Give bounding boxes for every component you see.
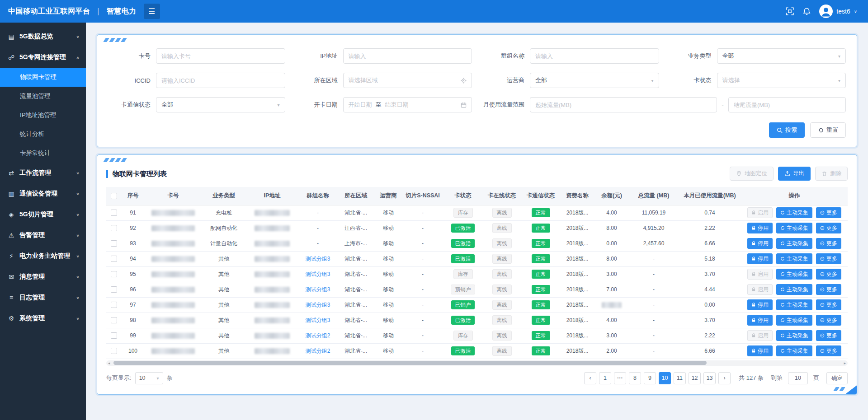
group-link[interactable]: 测试分组3 (306, 302, 330, 308)
active-collect-button[interactable]: 主动采集 (776, 207, 812, 218)
active-collect-button[interactable]: 主动采集 (776, 269, 812, 280)
usage-end-input[interactable] (728, 97, 846, 112)
more-button[interactable]: 更多 (816, 284, 841, 295)
more-button[interactable]: 更多 (816, 207, 841, 218)
user-menu[interactable]: test6 ∨ (819, 5, 857, 18)
fullscreen-button[interactable] (785, 7, 794, 16)
scroll-left-arrow-icon[interactable]: ◂ (108, 361, 110, 365)
page-button-13[interactable]: 13 (703, 372, 716, 384)
select-all-checkbox[interactable] (111, 193, 117, 199)
group-link[interactable]: 测试分组2 (306, 332, 330, 339)
disable-card-button[interactable]: 停用 (747, 299, 773, 310)
row-checkbox[interactable] (111, 256, 117, 262)
notifications-button[interactable] (802, 7, 811, 16)
more-button[interactable]: 更多 (816, 330, 841, 341)
sidebar-toggle-button[interactable]: ☰ (144, 4, 160, 19)
page-button-10[interactable]: 10 (659, 372, 671, 384)
row-checkbox[interactable] (111, 225, 117, 231)
row-checkbox[interactable] (111, 332, 117, 339)
map-locate-button[interactable]: 地图定位 (730, 167, 774, 181)
horizontal-scrollbar[interactable]: ◂ ▸ (106, 360, 848, 366)
active-collect-button[interactable]: 主动采集 (776, 299, 812, 310)
prev-page-button[interactable]: ‹ (584, 372, 596, 384)
sidebar-item-workflow-mgmt[interactable]: ⇄工作流管理∨ (0, 163, 86, 183)
group-link[interactable]: 测试分组3 (306, 256, 330, 262)
page-button-8[interactable]: 8 (629, 372, 641, 384)
ellipsis-button[interactable]: ••• (614, 372, 626, 384)
disable-card-button[interactable]: 停用 (747, 315, 773, 326)
active-collect-button[interactable]: 主动采集 (776, 284, 812, 295)
group-link[interactable]: 测试分组3 (306, 317, 330, 323)
more-button[interactable]: 更多 (816, 299, 841, 310)
group-link[interactable]: 测试分组2 (306, 348, 330, 354)
sidebar-subitem-flow-pool-mgmt[interactable]: 流量池管理 (0, 87, 86, 106)
card-no-input[interactable] (156, 48, 285, 64)
row-checkbox[interactable] (111, 240, 117, 247)
row-checkbox[interactable] (111, 286, 117, 293)
page-button-9[interactable]: 9 (644, 372, 656, 384)
usage-start-input[interactable] (530, 97, 717, 112)
region-select[interactable]: 请选择区域 (343, 73, 472, 88)
page-size-select[interactable]: 10 ▾ (135, 372, 163, 384)
row-checkbox[interactable] (111, 302, 117, 308)
goto-page-input[interactable] (788, 372, 808, 384)
active-collect-button[interactable]: 主动采集 (776, 315, 812, 326)
sidebar-item-5g-slice-mgmt[interactable]: ◈5G切片管理∨ (0, 204, 86, 225)
card-status-select[interactable]: 请选择 ▾ (717, 73, 846, 88)
scroll-right-arrow-icon[interactable]: ▸ (844, 361, 846, 365)
sidebar-subitem-iot-card-mgmt[interactable]: 物联网卡管理 (0, 68, 86, 87)
search-button[interactable]: 搜索 (769, 122, 805, 138)
export-button[interactable]: 导出 (778, 167, 811, 181)
disable-card-button[interactable]: 停用 (747, 223, 773, 233)
active-collect-button[interactable]: 主动采集 (776, 330, 812, 341)
sidebar-item-power-business-station-mgmt[interactable]: ⚡电力业务主站管理∨ (0, 246, 86, 266)
active-collect-button[interactable]: 主动采集 (776, 238, 812, 249)
open-date-range-picker[interactable]: 开始日期 至 结束日期 (343, 97, 472, 112)
active-collect-button[interactable]: 主动采集 (776, 223, 812, 233)
more-button[interactable]: 更多 (816, 223, 841, 233)
business-type-select[interactable]: 全部 ▾ (717, 48, 846, 64)
row-checkbox[interactable] (111, 317, 117, 323)
enable-card-button[interactable]: 启用 (747, 269, 773, 280)
sidebar-subitem-card-abnormal-statistics[interactable]: 卡异常统计 (0, 144, 86, 163)
sidebar-item-log-mgmt[interactable]: ≡日志管理∨ (0, 287, 86, 308)
sidebar-item-message-mgmt[interactable]: ✉消息管理∨ (0, 266, 86, 287)
page-button-12[interactable]: 12 (689, 372, 701, 384)
enable-card-button[interactable]: 启用 (747, 284, 773, 295)
page-button-1[interactable]: 1 (599, 372, 611, 384)
delete-button[interactable]: 删除 (815, 167, 848, 181)
next-page-button[interactable]: › (718, 372, 731, 384)
reset-button[interactable]: 重置 (810, 122, 846, 138)
enable-card-button[interactable]: 启用 (747, 330, 773, 341)
more-button[interactable]: 更多 (816, 269, 841, 280)
active-collect-button[interactable]: 主动采集 (776, 345, 812, 356)
group-link[interactable]: 测试分组3 (306, 271, 330, 277)
row-checkbox[interactable] (111, 348, 117, 354)
sidebar-subitem-ip-pool-mgmt[interactable]: IP地址池管理 (0, 106, 86, 125)
more-button[interactable]: 更多 (816, 253, 841, 264)
ip-input[interactable] (343, 48, 472, 64)
disable-card-button[interactable]: 停用 (747, 253, 773, 264)
group-link[interactable]: 测试分组3 (306, 286, 330, 293)
sidebar-item-system-mgmt[interactable]: ⚙系统管理∨ (0, 308, 86, 329)
row-checkbox[interactable] (111, 210, 117, 216)
goto-confirm-button[interactable]: 确定 (826, 372, 848, 384)
more-button[interactable]: 更多 (816, 345, 841, 356)
sidebar-item-5g-data-overview[interactable]: ▤5G数据总览∨ (0, 26, 86, 47)
group-name-input[interactable] (530, 48, 659, 64)
sidebar-item-alarm-mgmt[interactable]: ⚠告警管理∨ (0, 225, 86, 246)
active-collect-button[interactable]: 主动采集 (776, 253, 812, 264)
scrollbar-thumb[interactable] (113, 361, 707, 365)
more-button[interactable]: 更多 (816, 238, 841, 249)
sidebar-item-comm-device-mgmt[interactable]: ▥通信设备管理∨ (0, 183, 86, 204)
more-button[interactable]: 更多 (816, 315, 841, 326)
card-comm-status-select[interactable]: 全部 ▾ (156, 97, 285, 112)
operator-select[interactable]: 全部 ▾ (530, 73, 659, 88)
sidebar-subitem-statistics-analysis[interactable]: 统计分析 (0, 125, 86, 144)
row-checkbox[interactable] (111, 271, 117, 277)
disable-card-button[interactable]: 停用 (747, 345, 773, 356)
iccid-input[interactable] (156, 73, 285, 88)
disable-card-button[interactable]: 停用 (747, 238, 773, 249)
enable-card-button[interactable]: 启用 (747, 207, 773, 218)
sidebar-item-5g-network-connection-mgmt[interactable]: ☍5G专网连接管理∧ (0, 47, 86, 68)
